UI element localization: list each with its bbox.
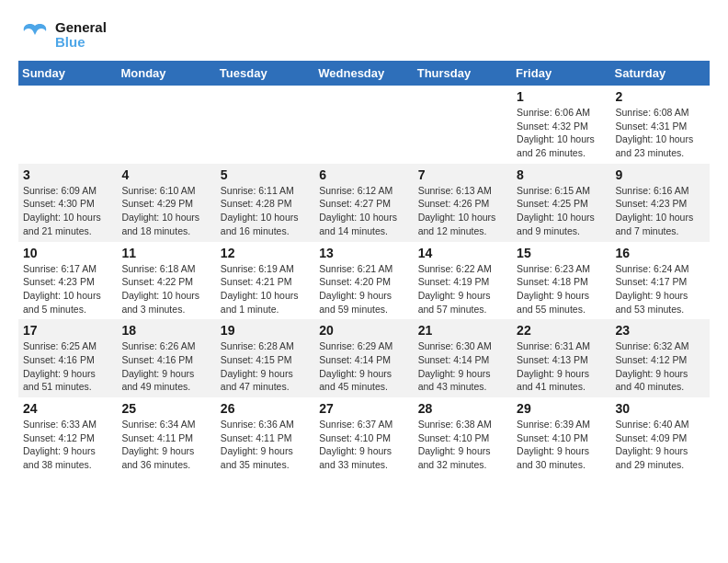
day-info: Sunrise: 6:23 AM Sunset: 4:18 PM Dayligh… — [517, 262, 606, 316]
day-info: Sunrise: 6:31 AM Sunset: 4:13 PM Dayligh… — [517, 339, 606, 394]
day-info: Sunrise: 6:24 AM Sunset: 4:17 PM Dayligh… — [616, 262, 705, 316]
day-info: Sunrise: 6:11 AM Sunset: 4:28 PM Dayligh… — [221, 184, 310, 238]
calendar-cell: 16Sunrise: 6:24 AM Sunset: 4:17 PM Dayli… — [611, 242, 710, 320]
day-number: 23 — [616, 323, 705, 338]
day-number: 2 — [616, 89, 705, 104]
calendar-cell: 28Sunrise: 6:38 AM Sunset: 4:10 PM Dayli… — [414, 397, 512, 476]
calendar-cell: 6Sunrise: 6:12 AM Sunset: 4:27 PM Daylig… — [314, 164, 413, 242]
calendar-cell: 27Sunrise: 6:37 AM Sunset: 4:10 PM Dayli… — [314, 397, 413, 476]
day-number: 26 — [221, 401, 310, 416]
calendar-cell: 20Sunrise: 6:29 AM Sunset: 4:14 PM Dayli… — [314, 319, 413, 397]
day-info: Sunrise: 6:25 AM Sunset: 4:16 PM Dayligh… — [23, 339, 112, 394]
day-info: Sunrise: 6:16 AM Sunset: 4:23 PM Dayligh… — [616, 184, 705, 238]
calendar-table: SundayMondayTuesdayWednesdayThursdayFrid… — [18, 61, 710, 476]
calendar-cell: 30Sunrise: 6:40 AM Sunset: 4:09 PM Dayli… — [611, 397, 710, 476]
day-number: 18 — [121, 323, 210, 338]
day-number: 29 — [517, 401, 606, 416]
calendar-cell: 26Sunrise: 6:36 AM Sunset: 4:11 PM Dayli… — [216, 397, 314, 476]
weekday-header-thursday: Thursday — [414, 61, 512, 86]
weekday-header-monday: Monday — [117, 61, 215, 86]
day-info: Sunrise: 6:39 AM Sunset: 4:10 PM Dayligh… — [517, 418, 606, 472]
day-info: Sunrise: 6:29 AM Sunset: 4:14 PM Dayligh… — [319, 339, 408, 394]
weekday-header-wednesday: Wednesday — [314, 61, 413, 86]
calendar-cell: 24Sunrise: 6:33 AM Sunset: 4:12 PM Dayli… — [18, 397, 117, 476]
weekday-header-tuesday: Tuesday — [216, 61, 314, 86]
calendar-cell: 13Sunrise: 6:21 AM Sunset: 4:20 PM Dayli… — [314, 242, 413, 320]
day-number: 10 — [23, 246, 112, 260]
day-number: 13 — [319, 246, 408, 260]
day-info: Sunrise: 6:19 AM Sunset: 4:21 PM Dayligh… — [221, 262, 310, 316]
day-info: Sunrise: 6:12 AM Sunset: 4:27 PM Dayligh… — [319, 184, 408, 238]
calendar-cell — [314, 86, 413, 164]
day-number: 8 — [517, 167, 606, 182]
calendar-cell: 3Sunrise: 6:09 AM Sunset: 4:30 PM Daylig… — [18, 164, 117, 242]
week-row-1: 1Sunrise: 6:06 AM Sunset: 4:32 PM Daylig… — [18, 86, 710, 164]
calendar-cell: 9Sunrise: 6:16 AM Sunset: 4:23 PM Daylig… — [611, 164, 710, 242]
calendar-cell: 29Sunrise: 6:39 AM Sunset: 4:10 PM Dayli… — [512, 397, 610, 476]
calendar-cell: 5Sunrise: 6:11 AM Sunset: 4:28 PM Daylig… — [216, 164, 314, 242]
calendar-cell: 12Sunrise: 6:19 AM Sunset: 4:21 PM Dayli… — [216, 242, 314, 320]
day-number: 5 — [221, 167, 310, 182]
calendar-cell: 14Sunrise: 6:22 AM Sunset: 4:19 PM Dayli… — [414, 242, 512, 320]
day-number: 24 — [23, 401, 112, 416]
calendar-cell: 11Sunrise: 6:18 AM Sunset: 4:22 PM Dayli… — [117, 242, 215, 320]
day-number: 14 — [418, 246, 507, 260]
day-number: 9 — [616, 167, 705, 182]
weekday-header-row: SundayMondayTuesdayWednesdayThursdayFrid… — [18, 61, 710, 86]
day-info: Sunrise: 6:06 AM Sunset: 4:32 PM Dayligh… — [517, 106, 606, 160]
day-number: 25 — [121, 401, 210, 416]
calendar-cell: 2Sunrise: 6:08 AM Sunset: 4:31 PM Daylig… — [611, 86, 710, 164]
day-number: 16 — [616, 246, 705, 260]
day-number: 6 — [319, 167, 408, 182]
day-info: Sunrise: 6:28 AM Sunset: 4:15 PM Dayligh… — [221, 339, 310, 394]
day-info: Sunrise: 6:18 AM Sunset: 4:22 PM Dayligh… — [121, 262, 210, 316]
day-number: 21 — [418, 323, 507, 338]
day-info: Sunrise: 6:33 AM Sunset: 4:12 PM Dayligh… — [23, 418, 112, 472]
week-row-5: 24Sunrise: 6:33 AM Sunset: 4:12 PM Dayli… — [18, 397, 710, 476]
weekday-header-sunday: Sunday — [18, 61, 117, 86]
logo-line2: Blue — [55, 35, 107, 51]
week-row-3: 10Sunrise: 6:17 AM Sunset: 4:23 PM Dayli… — [18, 242, 710, 320]
day-number: 28 — [418, 401, 507, 416]
day-info: Sunrise: 6:30 AM Sunset: 4:14 PM Dayligh… — [418, 339, 507, 394]
calendar-cell: 10Sunrise: 6:17 AM Sunset: 4:23 PM Dayli… — [18, 242, 117, 320]
weekday-header-saturday: Saturday — [611, 61, 710, 86]
day-info: Sunrise: 6:10 AM Sunset: 4:29 PM Dayligh… — [121, 184, 210, 238]
calendar-cell: 22Sunrise: 6:31 AM Sunset: 4:13 PM Dayli… — [512, 319, 610, 397]
logo-line1: General — [55, 20, 107, 36]
day-info: Sunrise: 6:32 AM Sunset: 4:12 PM Dayligh… — [616, 339, 705, 394]
calendar-cell — [18, 86, 117, 164]
logo: General Blue — [18, 18, 107, 52]
day-number: 12 — [221, 246, 310, 260]
calendar-cell: 15Sunrise: 6:23 AM Sunset: 4:18 PM Dayli… — [512, 242, 610, 320]
day-info: Sunrise: 6:08 AM Sunset: 4:31 PM Dayligh… — [616, 106, 705, 160]
day-info: Sunrise: 6:21 AM Sunset: 4:20 PM Dayligh… — [319, 262, 408, 316]
calendar-cell: 1Sunrise: 6:06 AM Sunset: 4:32 PM Daylig… — [512, 86, 610, 164]
day-info: Sunrise: 6:37 AM Sunset: 4:10 PM Dayligh… — [319, 418, 408, 472]
day-info: Sunrise: 6:26 AM Sunset: 4:16 PM Dayligh… — [121, 339, 210, 394]
calendar-cell — [216, 86, 314, 164]
week-row-4: 17Sunrise: 6:25 AM Sunset: 4:16 PM Dayli… — [18, 319, 710, 397]
calendar-cell: 19Sunrise: 6:28 AM Sunset: 4:15 PM Dayli… — [216, 319, 314, 397]
day-number: 7 — [418, 167, 507, 182]
day-info: Sunrise: 6:09 AM Sunset: 4:30 PM Dayligh… — [23, 184, 112, 238]
calendar-cell: 25Sunrise: 6:34 AM Sunset: 4:11 PM Dayli… — [117, 397, 215, 476]
day-info: Sunrise: 6:36 AM Sunset: 4:11 PM Dayligh… — [221, 418, 310, 472]
calendar-cell: 23Sunrise: 6:32 AM Sunset: 4:12 PM Dayli… — [611, 319, 710, 397]
day-info: Sunrise: 6:38 AM Sunset: 4:10 PM Dayligh… — [418, 418, 507, 472]
calendar-cell: 17Sunrise: 6:25 AM Sunset: 4:16 PM Dayli… — [18, 319, 117, 397]
calendar-cell: 7Sunrise: 6:13 AM Sunset: 4:26 PM Daylig… — [414, 164, 512, 242]
calendar-cell — [414, 86, 512, 164]
day-info: Sunrise: 6:40 AM Sunset: 4:09 PM Dayligh… — [616, 418, 705, 472]
calendar-cell: 18Sunrise: 6:26 AM Sunset: 4:16 PM Dayli… — [117, 319, 215, 397]
calendar-cell: 4Sunrise: 6:10 AM Sunset: 4:29 PM Daylig… — [117, 164, 215, 242]
calendar-cell — [117, 86, 215, 164]
day-number: 17 — [23, 323, 112, 338]
day-number: 22 — [517, 323, 606, 338]
day-info: Sunrise: 6:15 AM Sunset: 4:25 PM Dayligh… — [517, 184, 606, 238]
day-number: 4 — [121, 167, 210, 182]
day-number: 27 — [319, 401, 408, 416]
day-number: 20 — [319, 323, 408, 338]
day-number: 3 — [23, 167, 112, 182]
day-info: Sunrise: 6:13 AM Sunset: 4:26 PM Dayligh… — [418, 184, 507, 238]
